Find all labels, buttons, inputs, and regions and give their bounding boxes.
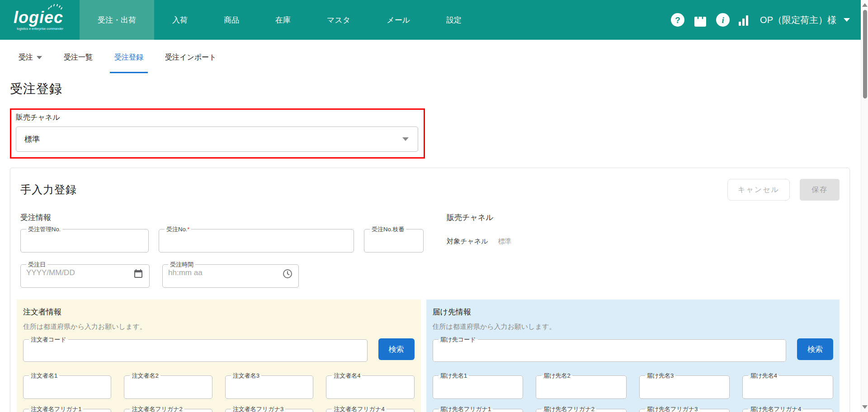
order-no-label: 受注No.: [166, 226, 187, 233]
destination-search-button[interactable]: 検索: [797, 338, 833, 360]
order-manage-no-label: 受注管理No.: [28, 226, 61, 233]
sales-channel-highlight-box: 販売チャネル 標準: [10, 108, 425, 159]
nav-item-products[interactable]: 商品: [206, 0, 257, 40]
nav-item-arrivals[interactable]: 入荷: [154, 0, 206, 40]
destination-kana2-field: 届け先名フリガナ2: [536, 406, 627, 412]
vertical-scrollbar[interactable]: [861, 0, 868, 412]
order-manage-no-field: 受注管理No.: [20, 226, 149, 253]
scroll-down-arrow-icon[interactable]: [862, 405, 868, 409]
order-time-input[interactable]: [168, 267, 282, 283]
orderer-name3-label: 注文者名3: [233, 372, 259, 379]
order-no-field: 受注No.*: [159, 226, 354, 253]
destination-note: 住所は都道府県から入力お願いします。: [433, 323, 833, 331]
chevron-down-icon: [402, 137, 409, 141]
required-asterisk: *: [187, 226, 189, 233]
orderer-kana3-field: 注文者名フリガナ3: [225, 406, 313, 412]
logo-text: logiec: [14, 9, 63, 26]
orderer-kana1-field: 注文者名フリガナ1: [23, 406, 111, 412]
destination-name3-field: 届け先名3: [639, 373, 730, 399]
nav-item-settings[interactable]: 設定: [428, 0, 480, 40]
destination-name2-field: 届け先名2: [536, 373, 627, 399]
destination-name3-input[interactable]: [645, 379, 724, 394]
destination-heading: 届け先情報: [433, 307, 833, 317]
orderer-kana2-field: 注文者名フリガナ2: [124, 406, 212, 412]
destination-code-input[interactable]: [439, 342, 780, 358]
order-date-input[interactable]: [26, 267, 133, 283]
logiec-logo[interactable]: logiec logistics e enterprise commander: [14, 0, 71, 40]
card-title: 手入力登録: [20, 183, 77, 197]
order-manage-no-input[interactable]: [26, 232, 143, 248]
tab-order-register[interactable]: 受注登録: [113, 53, 145, 73]
orderer-name2-input[interactable]: [130, 379, 206, 394]
nav-item-inventory[interactable]: 在庫: [257, 0, 309, 40]
order-date-label: 受注日: [28, 261, 46, 268]
target-channel-value: 標準: [498, 237, 511, 246]
orderer-name2-field: 注文者名2: [124, 373, 212, 399]
destination-kana2-label: 届け先名フリガナ2: [543, 406, 594, 412]
orderer-kana4-label: 注文者名フリガナ4: [334, 406, 384, 412]
sales-channel-section-heading: 販売チャネル: [447, 212, 511, 223]
destination-name2-input[interactable]: [542, 379, 621, 394]
order-time-label: 受注時間: [170, 261, 193, 268]
save-button[interactable]: 保存: [800, 179, 840, 201]
orderer-name3-field: 注文者名3: [225, 373, 313, 399]
nav-item-master[interactable]: マスタ: [309, 0, 368, 40]
orderer-kana4-field: 注文者名フリガナ4: [326, 406, 414, 412]
clock-icon[interactable]: [282, 268, 293, 279]
stats-icon[interactable]: [739, 14, 748, 26]
help-icon[interactable]: ?: [671, 13, 684, 27]
nav-item-mail[interactable]: メール: [368, 0, 428, 40]
scrollbar-thumb[interactable]: [863, 10, 867, 98]
tab-order-menu[interactable]: 受注: [17, 53, 44, 73]
destination-info-section: 届け先情報 住所は都道府県から入力お願いします。 届け先コード 検索 届け先名1…: [426, 300, 840, 412]
destination-kana4-label: 届け先名フリガナ4: [750, 406, 801, 412]
calendar-icon[interactable]: [133, 268, 144, 279]
destination-kana3-field: 届け先名フリガナ3: [639, 406, 730, 412]
order-no-branch-field: 受注No.枝番: [364, 226, 424, 253]
destination-kana3-label: 届け先名フリガナ3: [647, 406, 698, 412]
order-no-input[interactable]: [165, 232, 348, 248]
order-no-branch-label: 受注No.枝番: [372, 226, 404, 233]
orderer-note: 住所は都道府県から入力お願いします。: [23, 323, 415, 331]
bag-icon[interactable]: [693, 13, 707, 27]
sales-channel-selected-value: 標準: [24, 134, 40, 145]
destination-name4-input[interactable]: [748, 379, 827, 394]
destination-name3-label: 届け先名3: [647, 372, 674, 379]
tab-order-list[interactable]: 受注一覧: [62, 53, 94, 73]
destination-name4-field: 届け先名4: [742, 373, 833, 399]
order-info-heading: 受注情報: [20, 212, 434, 223]
orderer-name3-input[interactable]: [231, 379, 307, 394]
nav-item-orders-shipping[interactable]: 受注・出荷: [80, 0, 154, 40]
manual-entry-card: 手入力登録 キャンセル 保存 受注情報 受注管理No. 受注No.* 受注No.…: [10, 168, 850, 412]
destination-code-label: 届け先コード: [440, 336, 476, 343]
destination-name1-field: 届け先名1: [433, 373, 524, 399]
tab-order-import[interactable]: 受注インポート: [163, 53, 218, 73]
orderer-name2-label: 注文者名2: [132, 372, 158, 379]
orderer-heading: 注文者情報: [23, 307, 415, 317]
scroll-up-arrow-icon[interactable]: [862, 3, 868, 7]
orderer-name4-input[interactable]: [332, 379, 408, 394]
orderer-code-label: 注文者コード: [31, 336, 66, 343]
page-title: 受注登録: [10, 80, 868, 98]
orderer-kana3-label: 注文者名フリガナ3: [233, 406, 283, 412]
destination-name1-label: 届け先名1: [440, 372, 467, 379]
destination-name1-input[interactable]: [439, 379, 518, 394]
cancel-button[interactable]: キャンセル: [727, 179, 790, 201]
destination-kana1-label: 届け先名フリガナ1: [440, 406, 491, 412]
orderer-kana1-label: 注文者名フリガナ1: [31, 406, 81, 412]
order-no-branch-input[interactable]: [370, 232, 418, 248]
info-icon[interactable]: i: [716, 13, 730, 27]
orderer-code-input[interactable]: [29, 342, 362, 358]
orderer-kana2-label: 注文者名フリガナ2: [132, 406, 182, 412]
destination-code-field: 届け先コード: [433, 337, 786, 362]
user-menu[interactable]: OP（限定荷主）様: [760, 14, 850, 26]
orderer-name4-label: 注文者名4: [334, 372, 360, 379]
destination-name2-label: 届け先名2: [543, 372, 571, 379]
destination-kana4-field: 届け先名フリガナ4: [742, 406, 833, 412]
orderer-code-field: 注文者コード: [23, 337, 368, 362]
sales-channel-select[interactable]: 標準: [16, 126, 418, 152]
orderer-name1-input[interactable]: [29, 379, 105, 394]
main-navigation: 受注・出荷 入荷 商品 在庫 マスタ メール 設定: [80, 0, 480, 40]
orderer-search-button[interactable]: 検索: [378, 338, 415, 360]
orderer-name1-field: 注文者名1: [23, 373, 111, 399]
